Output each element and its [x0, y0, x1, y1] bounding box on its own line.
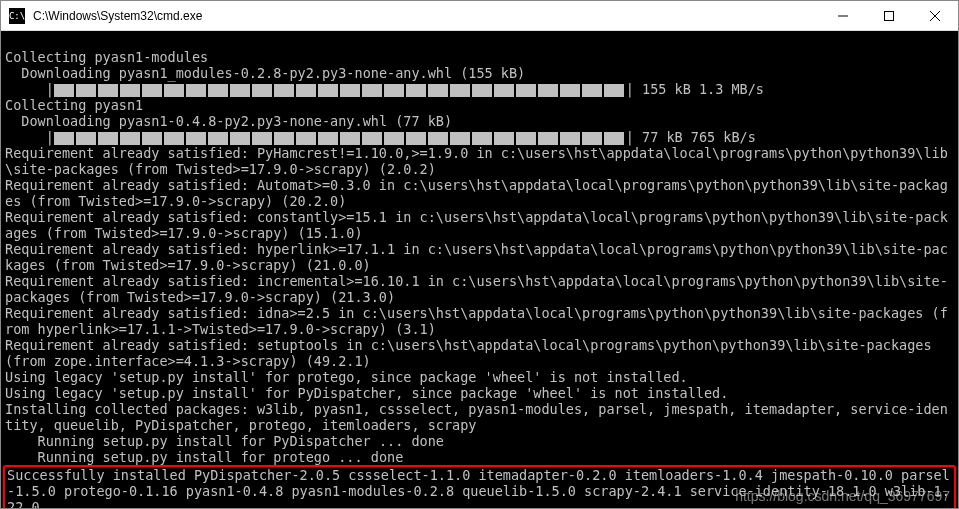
output-line: Requirement already satisfied: increment…: [5, 273, 948, 305]
output-line: Running setup.py install for PyDispatche…: [5, 433, 444, 449]
output-line: Requirement already satisfied: PyHamcres…: [5, 145, 948, 177]
progress-row: || 77 kB 765 kB/s: [5, 129, 756, 145]
output-line: Requirement already satisfied: constantl…: [5, 209, 948, 241]
output-line: Using legacy 'setup.py install' for prot…: [5, 369, 688, 385]
watermark: https://blog.csdn.net/qq_36977697: [735, 488, 950, 504]
output-line: Collecting pyasn1: [5, 97, 143, 113]
output-line: Downloading pyasn1-0.4.8-py2.py3-none-an…: [5, 113, 452, 129]
terminal-output[interactable]: Collecting pyasn1-modules Downloading py…: [1, 31, 958, 508]
output-line: Collecting pyasn1-modules: [5, 49, 208, 65]
output-line: Installing collected packages: w3lib, py…: [5, 401, 948, 433]
output-line: Requirement already satisfied: idna>=2.5…: [5, 305, 948, 337]
output-line: Downloading pyasn1_modules-0.2.8-py2.py3…: [5, 65, 525, 81]
output-line: Requirement already satisfied: hyperlink…: [5, 241, 948, 273]
window-title: C:\Windows\System32\cmd.exe: [33, 9, 820, 23]
title-bar: C:\ C:\Windows\System32\cmd.exe: [1, 1, 958, 31]
maximize-button[interactable]: [866, 1, 912, 31]
close-button[interactable]: [912, 1, 958, 31]
output-line: Requirement already satisfied: Automat>=…: [5, 177, 948, 209]
svg-rect-1: [885, 11, 894, 20]
output-line: Running setup.py install for protego ...…: [5, 449, 403, 465]
output-line: Requirement already satisfied: setuptool…: [5, 337, 940, 369]
cmd-icon: C:\: [9, 8, 25, 24]
progress-row: || 155 kB 1.3 MB/s: [5, 81, 764, 97]
minimize-button[interactable]: [820, 1, 866, 31]
output-line: Using legacy 'setup.py install' for PyDi…: [5, 385, 728, 401]
cmd-window: C:\ C:\Windows\System32\cmd.exe Collecti…: [0, 0, 959, 509]
